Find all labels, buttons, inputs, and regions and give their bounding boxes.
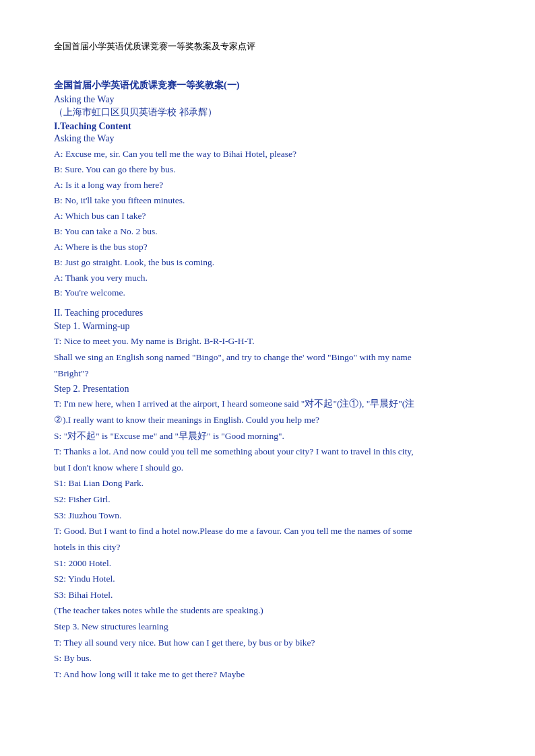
dialogue-line-4: B: No, it'll take you fifteen minutes. bbox=[54, 193, 481, 209]
step2-line-5: but I don't know where I should go. bbox=[54, 460, 481, 476]
dialogue-block: A: Excuse me, sir. Can you tell me the w… bbox=[54, 147, 481, 301]
dialogue-line-2: B: Sure. You can go there by bus. bbox=[54, 162, 481, 178]
step2-line-17: S: By bus. bbox=[54, 650, 481, 666]
header-title: 全国首届小学英语优质课竞赛一等奖教案及专家点评 bbox=[54, 40, 481, 53]
main-content: 全国首届小学英语优质课竞赛一等奖教案(一) Asking the Way （上海… bbox=[54, 79, 481, 683]
step2-line-12: S2: Yindu Hotel. bbox=[54, 571, 481, 587]
dialogue-line-9: A: Thank you very much. bbox=[54, 271, 481, 286]
step2-line-4: T: Thanks a lot. And now could you tell … bbox=[54, 444, 481, 460]
step2-line-6: S1: Bai Lian Dong Park. bbox=[54, 475, 481, 491]
dialogue-line-5: A: Which bus can I take? bbox=[54, 209, 481, 224]
step2-line-18: T: And how long will it take me to get t… bbox=[54, 666, 481, 683]
step2-line-13: S3: Bihai Hotel. bbox=[54, 587, 481, 603]
school-info: （上海市虹口区贝贝英语学校 祁承辉） bbox=[54, 106, 481, 118]
step1-line-2: Shall we sing an English song named "Bin… bbox=[54, 349, 481, 366]
step2-line-11: S1: 2000 Hotel. bbox=[54, 555, 481, 572]
step2-line-14: (The teacher takes notes while the stude… bbox=[54, 603, 481, 619]
step2-line-2: ②).I really want to know their meanings … bbox=[54, 412, 481, 428]
dialogue-line-6: B: You can take a No. 2 bus. bbox=[54, 224, 481, 240]
asking-the-way-subtitle: Asking the Way bbox=[54, 94, 481, 105]
procedures-title: II. Teaching procedures bbox=[54, 308, 481, 318]
step2-line-10: hotels in this city? bbox=[54, 539, 481, 555]
asking-the-way-2: Asking the Way bbox=[54, 133, 481, 144]
step2-line-8: S3: Jiuzhou Town. bbox=[54, 508, 481, 524]
dialogue-line-10: B: You're welcome. bbox=[54, 285, 481, 301]
dialogue-line-1: A: Excuse me, sir. Can you tell me the w… bbox=[54, 147, 481, 162]
step2-line-16: T: They all sound very nice. But how can… bbox=[54, 635, 481, 651]
dialogue-line-3: A: Is it a long way from here? bbox=[54, 178, 481, 193]
step2-title: Step 2. Presentation bbox=[54, 384, 481, 394]
step2-line-7: S2: Fisher Girl. bbox=[54, 491, 481, 508]
step1-title: Step 1. Warming-up bbox=[54, 321, 481, 332]
step2-line-15: Step 3. New structures learning bbox=[54, 619, 481, 635]
dialogue-line-8: B: Just go straight. Look, the bus is co… bbox=[54, 255, 481, 271]
step2-line-1: T: I'm new here, when I arrived at the a… bbox=[54, 396, 481, 412]
teaching-content-label: I.Teaching Content bbox=[54, 121, 481, 132]
section-title: 全国首届小学英语优质课竞赛一等奖教案(一) bbox=[54, 79, 481, 92]
dialogue-line-7: A: Where is the bus stop? bbox=[54, 240, 481, 255]
step2-line-9: T: Good. But I want to find a hotel now.… bbox=[54, 523, 481, 539]
procedures-section: II. Teaching procedures Step 1. Warming-… bbox=[54, 308, 481, 682]
step2-line-3: S: "对不起" is "Excuse me" and "早晨好" is "Go… bbox=[54, 428, 481, 444]
step1-line-1: T: Nice to meet you. My name is Bright. … bbox=[54, 333, 481, 349]
step1-line-3: "Bright"? bbox=[54, 366, 481, 382]
